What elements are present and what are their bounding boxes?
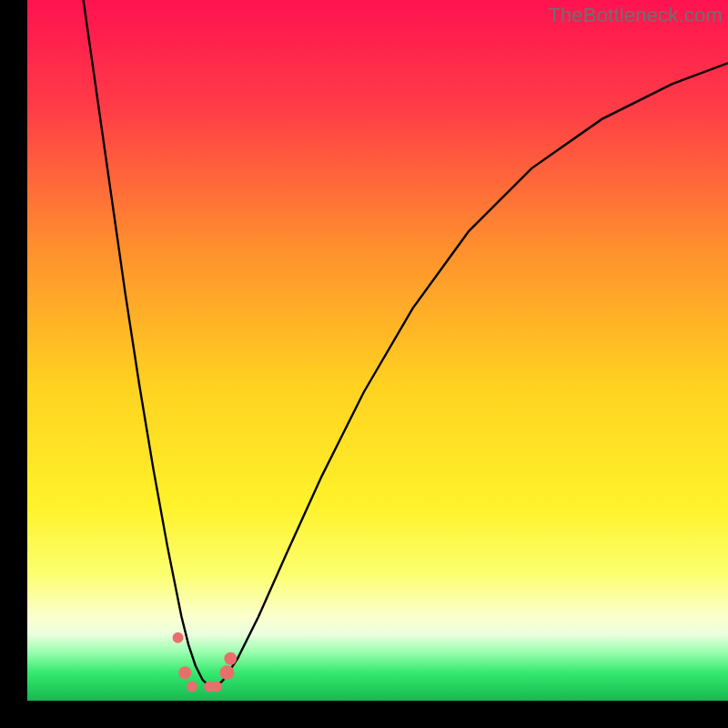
data-marker [173, 632, 184, 643]
bottleneck-curve [27, 0, 728, 701]
plot-frame: TheBottleneck.com [27, 0, 728, 701]
data-marker [224, 652, 237, 665]
data-marker [211, 682, 222, 693]
data-marker [219, 665, 234, 680]
data-marker [178, 666, 191, 679]
watermark-text: TheBottleneck.com [548, 4, 723, 27]
data-marker [187, 682, 197, 693]
